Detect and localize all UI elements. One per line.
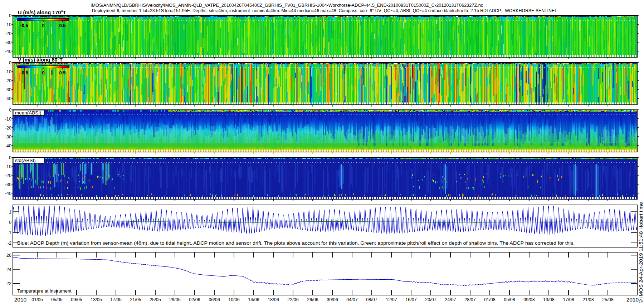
svg-text:Temperature at instrument: Temperature at instrument: [17, 288, 72, 294]
svg-text:-30: -30: [5, 87, 11, 92]
svg-text:-40: -40: [5, 96, 11, 101]
svg-text:U (m/s) along 170°T: U (m/s) along 170°T: [18, 9, 66, 15]
svg-text:13/08: 13/08: [543, 297, 554, 302]
svg-text:18/06: 18/06: [268, 297, 279, 302]
svg-text:-20: -20: [5, 126, 11, 131]
svg-text:17/08: 17/08: [563, 297, 574, 302]
svg-text:21/05: 21/05: [130, 297, 141, 302]
svg-text:10/06: 10/06: [228, 297, 239, 302]
svg-text:04/07: 04/07: [346, 297, 357, 302]
svg-text:-10: -10: [5, 117, 11, 122]
svg-text:08/07: 08/07: [366, 297, 377, 302]
svg-text:0: 0: [9, 108, 11, 113]
svg-text:21/08: 21/08: [582, 297, 594, 302]
svg-text:IMOS/ANMN/QLD/GBRHIS/Velocity/: IMOS/ANMN/QLD/GBRHIS/Velocity/IMOS_ANMN-…: [91, 3, 483, 8]
svg-text:mean(ABSI): mean(ABSI): [15, 110, 42, 116]
svg-text:-0.5: -0.5: [20, 70, 28, 75]
svg-text:2010: 2010: [14, 296, 27, 303]
svg-text:0.5: 0.5: [59, 23, 65, 28]
svg-text:-20: -20: [5, 31, 11, 36]
svg-text:-40: -40: [5, 191, 11, 196]
svg-text:-2: -2: [8, 241, 11, 246]
svg-text:14/06: 14/06: [248, 297, 259, 302]
svg-text:0: 0: [42, 70, 44, 75]
svg-text:01/05: 01/05: [31, 297, 43, 302]
svg-text:0: 0: [42, 23, 44, 28]
svg-text:0.5: 0.5: [59, 70, 65, 75]
svg-text:01/08: 01/08: [484, 297, 495, 302]
svg-text:1: 1: [9, 210, 11, 215]
svg-text:16/07: 16/07: [405, 297, 416, 302]
svg-text:13/05: 13/05: [91, 297, 102, 302]
svg-text:std(ABSI): std(ABSI): [15, 158, 36, 163]
svg-text:09/08: 09/08: [523, 297, 535, 302]
svg-text:-10: -10: [5, 164, 11, 169]
svg-text:05/08: 05/08: [504, 297, 515, 302]
svg-text:12/07: 12/07: [386, 297, 397, 302]
svg-text:V (m/s) along 80°T: V (m/s) along 80°T: [18, 57, 63, 63]
svg-text:Deployment 6, member 1 lat=23.: Deployment 6, member 1 lat=23.51S lon=15…: [92, 8, 557, 13]
svg-text:09/05: 09/05: [71, 297, 82, 302]
svg-text:28/07: 28/07: [464, 297, 475, 302]
svg-text:05/05: 05/05: [51, 297, 62, 302]
svg-text:17/05: 17/05: [110, 297, 121, 302]
svg-text:0: 0: [9, 60, 11, 65]
svg-text:26/06: 26/06: [307, 297, 318, 302]
svg-text:25/05: 25/05: [150, 297, 161, 302]
svg-text:0: 0: [9, 13, 11, 18]
svg-text:-1: -1: [8, 230, 11, 235]
svg-text:-30: -30: [5, 134, 11, 139]
svg-text:-40: -40: [5, 49, 11, 54]
svg-text:24: 24: [6, 267, 11, 272]
svg-text:-20: -20: [5, 173, 11, 178]
svg-text:Blue: ADCP Depth (m) variation: Blue: ADCP Depth (m) variation from sens…: [17, 240, 575, 246]
svg-text:-20: -20: [5, 78, 11, 83]
svg-text:-10: -10: [5, 22, 11, 27]
svg-text:-0.5: -0.5: [20, 23, 28, 28]
svg-text:02/06: 02/06: [189, 297, 200, 302]
svg-text:06/06: 06/06: [209, 297, 220, 302]
svg-text:26: 26: [6, 253, 11, 258]
svg-text:22/06: 22/06: [287, 297, 298, 302]
svg-text:29/05: 29/05: [169, 297, 180, 302]
svg-text:20/07: 20/07: [425, 297, 436, 302]
svg-text:25/08: 25/08: [602, 297, 613, 302]
svg-text:© IMOS 24-Apr-2019 11:51:48 Ho: © IMOS 24-Apr-2019 11:51:48 Hobart time: [638, 202, 644, 303]
svg-text:30/06: 30/06: [327, 297, 338, 302]
svg-text:-10: -10: [5, 69, 11, 74]
svg-text:0: 0: [9, 155, 11, 160]
svg-text:-30: -30: [5, 182, 11, 187]
svg-text:2010: 2010: [626, 296, 639, 303]
svg-text:-40: -40: [5, 143, 11, 148]
svg-text:0: 0: [9, 220, 11, 225]
svg-text:-30: -30: [5, 40, 11, 45]
svg-text:22: 22: [6, 281, 11, 286]
svg-text:24/07: 24/07: [445, 297, 456, 302]
